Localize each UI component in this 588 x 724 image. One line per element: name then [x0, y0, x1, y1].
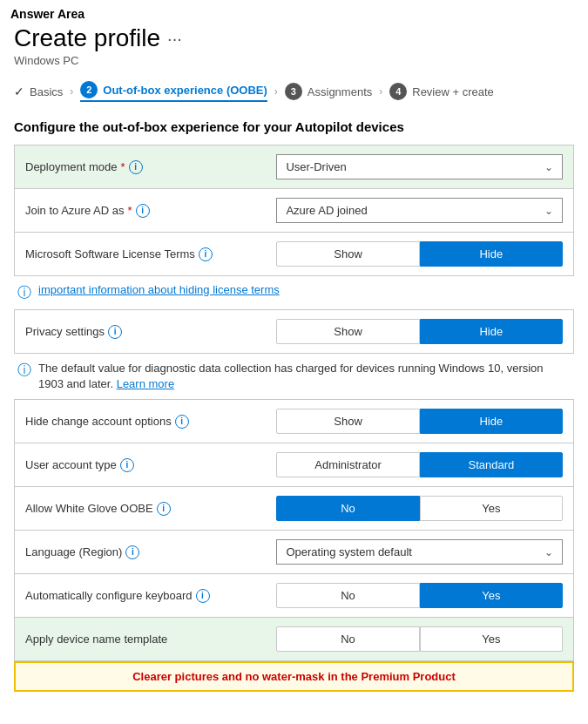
form-table-2: Privacy settings i Show Hide: [14, 309, 574, 354]
language-label: Language (Region): [25, 545, 122, 558]
field-row-white-glove: Allow White Glove OOBE i No Yes: [15, 487, 574, 531]
field-row-keyboard: Automatically configure keyboard i No Ye…: [15, 574, 574, 618]
user-account-type-label: User account type: [25, 458, 117, 471]
field-row-user-account-type: User account type i Administrator Standa…: [15, 443, 574, 487]
section-title: Configure the out-of-box experience for …: [14, 119, 574, 134]
apply-device-label: Apply device name template: [25, 633, 167, 646]
step-label-oobe: Out-of-box experience (OOBE): [103, 84, 267, 97]
step-divider-2: ›: [274, 85, 278, 98]
license-info-icon: ⓘ: [17, 284, 31, 302]
deployment-mode-required: *: [121, 160, 125, 173]
page-subtitle: Windows PC: [14, 54, 574, 67]
join-azure-dropdown[interactable]: Azure AD joined ⌄: [276, 198, 563, 223]
keyboard-toggle-group: No Yes: [276, 583, 563, 608]
license-info-box: ⓘ important information about hiding lic…: [14, 276, 574, 309]
step-circle-assignments: 3: [285, 83, 302, 100]
privacy-label: Privacy settings: [25, 325, 105, 338]
license-terms-toggle-group: Show Hide: [276, 241, 563, 267]
step-label-basics: Basics: [30, 85, 63, 98]
wizard-steps: ✓ Basics › 2 Out-of-box experience (OOBE…: [14, 81, 574, 102]
privacy-info-box: ⓘ The default value for diagnostic data …: [14, 354, 574, 399]
white-glove-no-btn[interactable]: No: [276, 496, 419, 521]
step-divider-3: ›: [379, 85, 382, 98]
user-account-type-toggle-group: Administrator Standard: [276, 452, 563, 477]
license-terms-hide-btn[interactable]: Hide: [420, 241, 563, 267]
watermark-banner: Clearer pictures and no water-mask in th…: [14, 661, 574, 692]
join-azure-required: *: [127, 204, 132, 217]
step-circle-oobe: 2: [80, 81, 98, 98]
join-azure-label: Join to Azure AD as: [25, 204, 124, 217]
field-row-deployment-mode: Deployment mode * i User-Driven ⌄: [15, 145, 574, 189]
language-value: Operating system default: [286, 545, 412, 558]
watermark-text: Clearer pictures and no water-mask in th…: [132, 670, 456, 683]
deployment-mode-label: Deployment mode: [25, 160, 118, 173]
white-glove-info-icon[interactable]: i: [157, 502, 171, 516]
hide-change-toggle-group: Show Hide: [276, 409, 563, 434]
join-azure-info-icon[interactable]: i: [136, 204, 150, 218]
deployment-mode-info-icon[interactable]: i: [129, 160, 143, 174]
keyboard-info-icon[interactable]: i: [196, 589, 210, 603]
white-glove-label: Allow White Glove OOBE: [25, 502, 153, 515]
field-row-privacy: Privacy settings i Show Hide: [15, 310, 574, 354]
license-terms-label: Microsoft Software License Terms: [25, 247, 195, 261]
privacy-toggle-group: Show Hide: [276, 319, 563, 344]
white-glove-yes-btn[interactable]: Yes: [420, 496, 563, 521]
form-table-3: Hide change account options i Show Hide …: [14, 399, 574, 661]
privacy-hide-btn[interactable]: Hide: [420, 319, 563, 344]
hide-change-info-icon[interactable]: i: [175, 415, 189, 429]
language-arrow: ⌄: [544, 546, 553, 558]
language-info-icon[interactable]: i: [125, 545, 139, 559]
field-row-license-terms: Microsoft Software License Terms i Show …: [15, 233, 574, 276]
deployment-mode-arrow: ⌄: [544, 161, 553, 173]
privacy-show-btn[interactable]: Show: [276, 319, 419, 344]
license-terms-info-icon[interactable]: i: [199, 247, 213, 261]
wizard-step-basics[interactable]: ✓ Basics: [14, 85, 63, 98]
apply-device-toggle-group: No Yes: [276, 626, 563, 652]
user-account-administrator-btn[interactable]: Administrator: [276, 452, 419, 477]
wizard-step-oobe[interactable]: 2 Out-of-box experience (OOBE): [80, 81, 267, 102]
hide-change-show-btn[interactable]: Show: [276, 409, 419, 434]
page-title: Create profile ···: [14, 24, 574, 52]
keyboard-yes-btn[interactable]: Yes: [420, 583, 563, 608]
keyboard-label: Automatically configure keyboard: [25, 589, 193, 602]
apply-device-yes-btn[interactable]: Yes: [420, 626, 563, 652]
wizard-step-review[interactable]: 4 Review + create: [389, 83, 494, 100]
license-terms-show-btn[interactable]: Show: [276, 241, 419, 267]
step-check-basics: ✓: [14, 85, 24, 98]
apply-device-no-btn[interactable]: No: [276, 626, 419, 652]
field-row-language: Language (Region) i Operating system def…: [15, 531, 574, 574]
step-divider-1: ›: [70, 85, 73, 98]
join-azure-arrow: ⌄: [544, 205, 553, 217]
wizard-step-assignments[interactable]: 3 Assignments: [285, 83, 372, 100]
license-info-link[interactable]: important information about hiding licen…: [38, 283, 280, 296]
answer-area-label: Answer Area: [0, 0, 588, 24]
hide-change-label: Hide change account options: [25, 415, 172, 428]
field-row-apply-device: Apply device name template No Yes: [15, 618, 574, 661]
hide-change-hide-btn[interactable]: Hide: [420, 409, 563, 434]
field-row-join-azure: Join to Azure AD as * i Azure AD joined …: [15, 189, 574, 233]
step-label-review: Review + create: [412, 85, 494, 98]
join-azure-value: Azure AD joined: [286, 204, 367, 217]
deployment-mode-value: User-Driven: [286, 160, 346, 173]
field-row-hide-change-account: Hide change account options i Show Hide: [15, 400, 574, 443]
form-table: Deployment mode * i User-Driven ⌄ Join t…: [14, 145, 574, 276]
step-label-assignments: Assignments: [308, 85, 372, 98]
privacy-info-text: The default value for diagnostic data co…: [38, 361, 571, 392]
deployment-mode-dropdown[interactable]: User-Driven ⌄: [276, 154, 563, 179]
privacy-info-icon-box: ⓘ: [17, 362, 31, 380]
privacy-info-icon[interactable]: i: [108, 325, 122, 339]
learn-more-link[interactable]: Learn more: [117, 377, 174, 390]
white-glove-toggle-group: No Yes: [276, 496, 563, 521]
language-dropdown[interactable]: Operating system default ⌄: [276, 539, 563, 565]
keyboard-no-btn[interactable]: No: [276, 583, 419, 608]
step-circle-review: 4: [389, 83, 407, 100]
page-title-dots: ···: [167, 29, 182, 49]
user-account-type-info-icon[interactable]: i: [120, 458, 134, 472]
user-account-standard-btn[interactable]: Standard: [420, 452, 563, 477]
